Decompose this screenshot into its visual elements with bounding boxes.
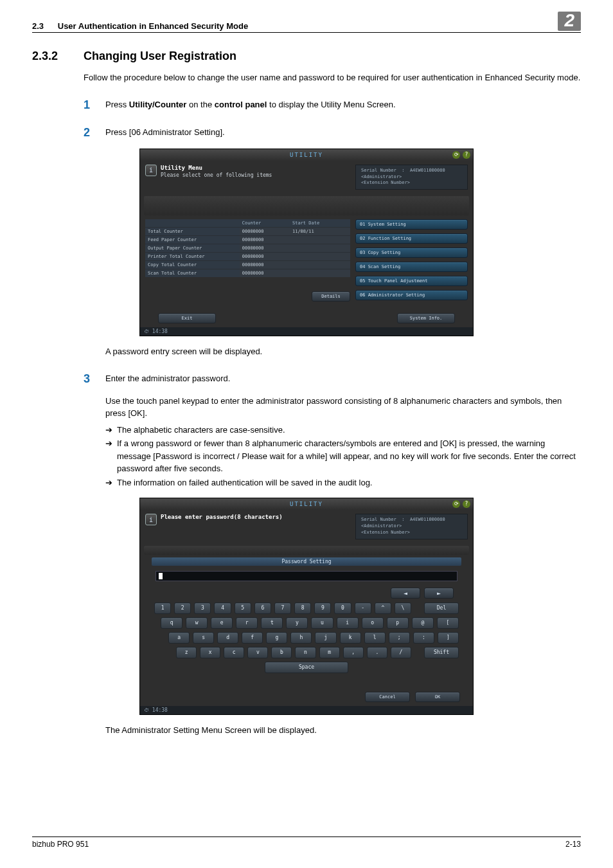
password-input[interactable]: [155, 571, 458, 581]
intro-paragraph: Follow the procedure below to change the…: [84, 72, 581, 84]
menu-06-administrator-setting[interactable]: 06 Administrator Setting: [355, 290, 468, 300]
key[interactable]: m: [319, 647, 340, 658]
key[interactable]: i: [337, 617, 359, 629]
key[interactable]: d: [217, 632, 238, 644]
table-row: Printer Total Counter00000000: [145, 253, 350, 261]
menu-03-copy-setting[interactable]: 03 Copy Setting: [355, 248, 468, 258]
section-title: User Authentication in Enhanced Security…: [58, 21, 248, 31]
info-badge-icon: i: [145, 514, 157, 525]
key[interactable]: ^: [375, 602, 391, 614]
key[interactable]: s: [193, 632, 214, 644]
cursor-left-button[interactable]: ◄: [391, 588, 420, 599]
step-2-after: A password entry screen will be displaye…: [105, 345, 581, 358]
step-1-number: 1: [84, 98, 105, 112]
page-number: 2-13: [565, 840, 581, 849]
key[interactable]: f: [242, 632, 263, 644]
after-shot2-text: The Administrator Setting Menu Screen wi…: [105, 724, 581, 737]
product-name: bizhub PRO 951: [32, 840, 89, 849]
key[interactable]: h: [290, 632, 312, 644]
bullet-3: The information on failed authentication…: [117, 476, 372, 489]
info-icon[interactable]: ?: [463, 500, 470, 508]
key[interactable]: 3: [194, 602, 211, 614]
key[interactable]: t: [261, 617, 283, 629]
key[interactable]: 1: [154, 602, 171, 614]
key[interactable]: y: [286, 617, 308, 629]
key[interactable]: q: [161, 617, 182, 629]
key[interactable]: [: [437, 617, 459, 629]
key[interactable]: 0: [334, 602, 351, 614]
info-badge-icon: i: [145, 165, 157, 176]
exit-button[interactable]: Exit: [158, 313, 216, 323]
menu-01-system-setting[interactable]: 01 System Setting: [355, 219, 468, 230]
key[interactable]: 5: [235, 602, 251, 614]
help-icon[interactable]: ⟳: [452, 151, 460, 159]
key[interactable]: 7: [274, 602, 291, 614]
key[interactable]: ]: [438, 632, 459, 644]
key[interactable]: :: [413, 632, 434, 644]
subsection-title: Changing User Registration: [84, 50, 236, 63]
key[interactable]: 4: [214, 602, 231, 614]
key[interactable]: 6: [254, 602, 271, 614]
key[interactable]: l: [364, 632, 386, 644]
step-1-text: Press Utility/Counter on the control pan…: [105, 98, 581, 112]
key[interactable]: r: [236, 617, 258, 629]
cursor-right-button[interactable]: ►: [424, 588, 454, 599]
key[interactable]: ;: [389, 632, 410, 644]
system-info-button[interactable]: System Info.: [397, 313, 455, 323]
utility-menu-screenshot: UTILITY ⟳? i Utility Menu Please select …: [139, 149, 474, 336]
key[interactable]: p: [387, 617, 409, 629]
key[interactable]: .: [367, 647, 387, 658]
step-2-text: Press [06 Administrator Setting].: [105, 126, 581, 140]
step-3-paragraph: Use the touch panel keypad to enter the …: [105, 395, 581, 420]
cancel-button[interactable]: Cancel: [365, 692, 410, 702]
menu-04-scan-setting[interactable]: 04 Scan Setting: [355, 262, 468, 272]
key[interactable]: 9: [314, 602, 331, 614]
table-row: Feed Paper Counter00000000: [145, 236, 350, 244]
key[interactable]: ,: [343, 647, 364, 658]
key[interactable]: x: [200, 647, 220, 658]
step-3-number: 3: [84, 372, 105, 386]
clock: 14:38: [152, 707, 168, 713]
details-button[interactable]: Details: [312, 291, 350, 302]
key[interactable]: -: [355, 602, 371, 614]
key[interactable]: w: [186, 617, 208, 629]
key-del[interactable]: Del: [424, 602, 459, 614]
password-entry-screenshot: UTILITY ⟳? i Please enter password(8 cha…: [139, 498, 474, 714]
key[interactable]: g: [266, 632, 287, 644]
key[interactable]: u: [311, 617, 333, 629]
key[interactable]: 8: [294, 602, 311, 614]
table-row: Total Counter0000000011/08/11: [145, 228, 350, 236]
ok-button[interactable]: OK: [415, 692, 460, 702]
key[interactable]: 2: [174, 602, 191, 614]
utility-title: UTILITY: [290, 501, 323, 507]
utility-menu-label: Utility Menu: [161, 165, 272, 172]
subsection-number: 2.3.2: [32, 50, 66, 63]
menu-02-function-setting[interactable]: 02 Function Setting: [355, 233, 468, 244]
key-shift[interactable]: Shift: [424, 647, 459, 658]
bullet-2: If a wrong password or fewer than 8 alph…: [117, 437, 581, 475]
table-row: Copy Total Counter00000000: [145, 261, 350, 269]
key[interactable]: e: [211, 617, 233, 629]
key[interactable]: @: [412, 617, 434, 629]
key[interactable]: j: [315, 632, 336, 644]
key[interactable]: b: [271, 647, 292, 658]
arrow-icon: ➔: [105, 424, 117, 437]
utility-title: UTILITY: [290, 152, 323, 158]
utility-menu-sub: Please select one of following items: [161, 172, 272, 179]
key[interactable]: n: [295, 647, 315, 658]
key[interactable]: \: [395, 602, 411, 614]
key[interactable]: /: [391, 647, 411, 658]
info-icon[interactable]: ?: [463, 151, 470, 159]
menu-05-touch-panel-adjustment[interactable]: 05 Touch Panel Adjustment: [355, 276, 468, 286]
counter-table: CounterStart Date Total Counter000000001…: [145, 219, 350, 277]
key[interactable]: a: [168, 632, 190, 644]
key-space[interactable]: Space: [265, 662, 348, 673]
step-3-line1: Enter the administrator password.: [105, 372, 581, 386]
key[interactable]: z: [176, 647, 197, 658]
help-icon[interactable]: ⟳: [452, 500, 460, 508]
key[interactable]: o: [362, 617, 384, 629]
key[interactable]: v: [247, 647, 268, 658]
key[interactable]: c: [224, 647, 244, 658]
arrow-icon: ➔: [105, 476, 117, 489]
key[interactable]: k: [340, 632, 361, 644]
